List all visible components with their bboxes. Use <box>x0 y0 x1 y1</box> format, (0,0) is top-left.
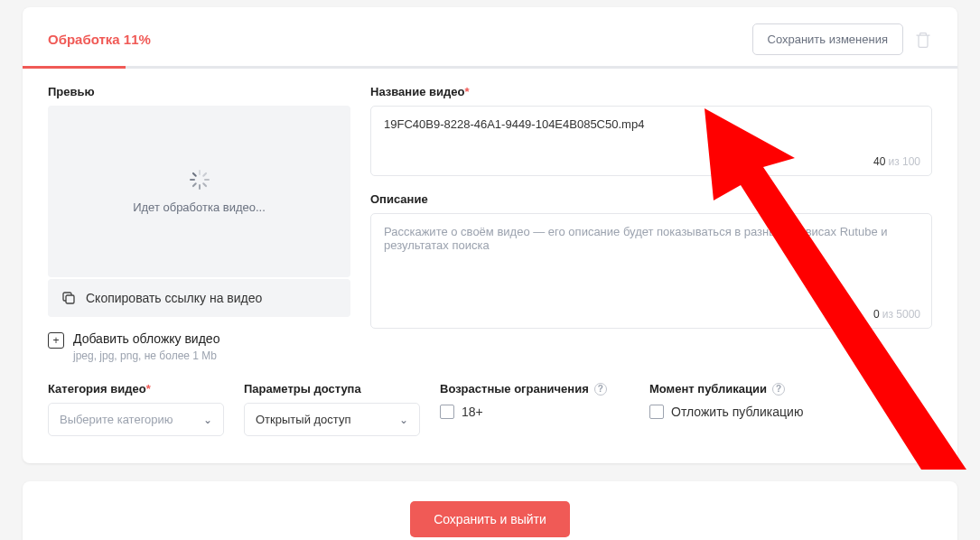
title-char-counter: 40из 100 <box>873 155 920 168</box>
progress-fill <box>23 66 126 69</box>
add-thumbnail-hint: jpeg, jpg, png, не более 1 Mb <box>73 349 219 362</box>
description-label: Описание <box>370 192 932 206</box>
copy-link-label: Скопировать ссылку на видео <box>86 291 262 305</box>
card-header: Обработка 11% Сохранить изменения <box>23 7 957 66</box>
access-value: Открытый доступ <box>256 413 350 426</box>
age-checkbox-row: 18+ <box>440 405 630 419</box>
publish-checkbox[interactable] <box>649 405 664 419</box>
age-option-label: 18+ <box>462 405 483 419</box>
upload-form-card: Обработка 11% Сохранить изменения Превью <box>23 7 957 463</box>
save-changes-button[interactable]: Сохранить изменения <box>752 23 904 55</box>
category-select[interactable]: Выберите категорию ⌄ <box>48 403 224 436</box>
video-title-label: Название видео* <box>370 85 932 98</box>
progress-bar <box>23 66 957 69</box>
copy-icon <box>61 290 77 306</box>
chevron-down-icon: ⌄ <box>203 414 212 426</box>
add-thumbnail-button[interactable]: + <box>48 332 64 349</box>
help-icon[interactable]: ? <box>594 383 607 396</box>
preview-box: Идет обработка видео... <box>48 106 350 277</box>
preview-status-text: Идет обработка видео... <box>133 200 266 214</box>
publish-label: Момент публикации ? <box>649 382 866 396</box>
footer-card: Сохранить и выйти <box>23 481 957 540</box>
category-label: Категория видео* <box>48 382 224 396</box>
video-title-value: 19FC40B9-8228-46A1-9449-104E4B085C50.mp4 <box>384 117 644 131</box>
spinner-icon <box>190 170 210 190</box>
publish-option-label: Отложить публикацию <box>671 405 803 419</box>
add-thumbnail-label: Добавить обложку видео <box>73 331 219 346</box>
access-select[interactable]: Открытый доступ ⌄ <box>244 403 420 436</box>
access-label: Параметры доступа <box>244 382 420 396</box>
video-title-input[interactable]: 19FC40B9-8228-46A1-9449-104E4B085C50.mp4… <box>370 106 932 176</box>
help-icon[interactable]: ? <box>772 383 785 396</box>
header-actions: Сохранить изменения <box>752 23 933 55</box>
category-placeholder: Выберите категорию <box>60 413 173 426</box>
svg-rect-0 <box>66 295 74 303</box>
trash-icon[interactable] <box>914 30 932 50</box>
description-placeholder: Расскажите о своём видео — его описание … <box>384 225 887 252</box>
description-input[interactable]: Расскажите о своём видео — его описание … <box>370 213 932 329</box>
preview-label: Превью <box>48 85 350 98</box>
age-label: Возрастные ограничения ? <box>440 382 630 396</box>
age-checkbox[interactable] <box>440 405 454 419</box>
save-and-exit-button[interactable]: Сохранить и выйти <box>410 501 570 537</box>
add-thumbnail-row: + Добавить обложку видео jpeg, jpg, png,… <box>48 331 350 362</box>
chevron-down-icon: ⌄ <box>399 414 408 426</box>
desc-char-counter: 0из 5000 <box>873 308 920 321</box>
publish-checkbox-row: Отложить публикацию <box>649 405 866 419</box>
copy-link-button[interactable]: Скопировать ссылку на видео <box>48 279 350 317</box>
processing-status: Обработка 11% <box>48 32 151 47</box>
